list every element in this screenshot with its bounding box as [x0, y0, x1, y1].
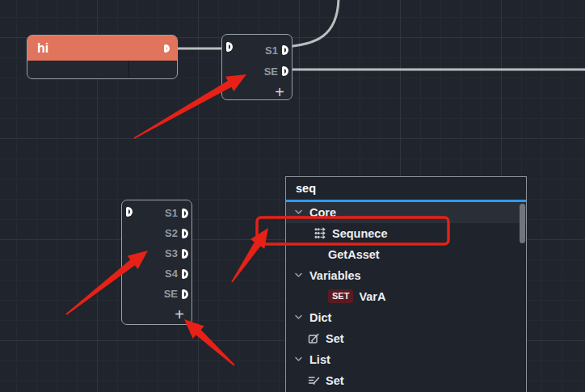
node-sequence-2[interactable]: S1 SE + — [221, 34, 292, 100]
pin-label: S1 — [265, 44, 278, 57]
menu-category-label: Core — [309, 206, 336, 219]
dict-edit-icon — [308, 332, 320, 344]
menu-item-label: Set — [326, 332, 344, 345]
menu-category-dict[interactable]: Dict — [286, 307, 526, 328]
divider — [128, 61, 129, 78]
menu-item-dict-set[interactable]: Set — [286, 328, 526, 349]
menu-item-label: Set — [326, 374, 344, 387]
search-input[interactable] — [296, 182, 516, 195]
pin-label: SE — [264, 65, 278, 78]
data-output-pin-icon[interactable] — [182, 249, 188, 259]
pin-label: S3 — [165, 247, 178, 259]
node-editor-canvas[interactable]: hi S1 SE + S1 S2 S3 — [0, 0, 585, 392]
menu-category-core[interactable]: Core — [286, 202, 526, 223]
menu-category-list[interactable]: List — [286, 349, 526, 370]
chevron-down-icon — [294, 313, 303, 322]
chevron-down-icon — [294, 208, 303, 217]
add-output-button[interactable]: + — [175, 306, 184, 322]
output-row: S2 — [122, 223, 191, 243]
pin-label: S1 — [165, 207, 178, 219]
menu-item-sequnece[interactable]: Sequnece — [286, 223, 526, 244]
data-output-pin-icon[interactable] — [182, 209, 188, 218]
pin-label: S2 — [165, 227, 178, 239]
node-sequence-5[interactable]: S1 S2 S3 S4 SE + — [121, 200, 192, 325]
output-row: SE — [222, 61, 292, 82]
chevron-down-icon — [294, 355, 303, 364]
menu-item-vara[interactable]: SET VarA — [286, 286, 526, 307]
annotation-arrow-menu-item-sequnece — [231, 228, 268, 283]
menu-category-label: Dict — [309, 311, 331, 324]
menu-item-getasset[interactable]: GetAsset — [286, 244, 526, 265]
data-output-pin-icon[interactable] — [164, 44, 170, 53]
node-hi[interactable]: hi — [27, 35, 178, 79]
output-row: SE — [122, 284, 191, 304]
data-output-pin-icon[interactable] — [182, 269, 188, 279]
output-row: S3 — [122, 243, 191, 263]
node-hi-body — [27, 61, 177, 78]
output-row: S1 — [222, 40, 292, 61]
menu-category-variables[interactable]: Variables — [286, 265, 526, 286]
output-row: S4 — [122, 263, 191, 284]
chevron-down-icon — [294, 271, 303, 280]
menu-item-label: VarA — [359, 290, 385, 303]
menu-category-label: List — [309, 353, 330, 366]
list-edit-icon — [308, 374, 320, 386]
data-output-pin-icon[interactable] — [282, 66, 288, 76]
pin-label: SE — [164, 288, 178, 300]
output-row: S1 — [122, 203, 191, 223]
data-output-pin-icon[interactable] — [182, 289, 188, 299]
node-search-menu: Core Sequnece GetAsset — [285, 176, 527, 392]
node-hi-header[interactable]: hi — [27, 36, 177, 61]
data-output-pin-icon[interactable] — [282, 45, 288, 55]
data-output-pin-icon[interactable] — [182, 229, 188, 238]
menu-category-label: Variables — [309, 269, 361, 282]
add-output-button[interactable]: + — [275, 84, 284, 100]
search-bar[interactable] — [286, 177, 526, 200]
pin-label: S4 — [165, 268, 178, 280]
node-title: hi — [37, 41, 164, 56]
set-badge: SET — [328, 289, 353, 302]
menu-item-label: Sequnece — [332, 227, 388, 240]
menu-item-list-set[interactable]: Set — [286, 370, 526, 391]
menu-scrollbar-thumb[interactable] — [520, 204, 525, 243]
menu-item-label: GetAsset — [328, 248, 380, 261]
sequence-icon — [314, 227, 326, 239]
annotation-arrow-seq5-node-add — [184, 319, 235, 366]
